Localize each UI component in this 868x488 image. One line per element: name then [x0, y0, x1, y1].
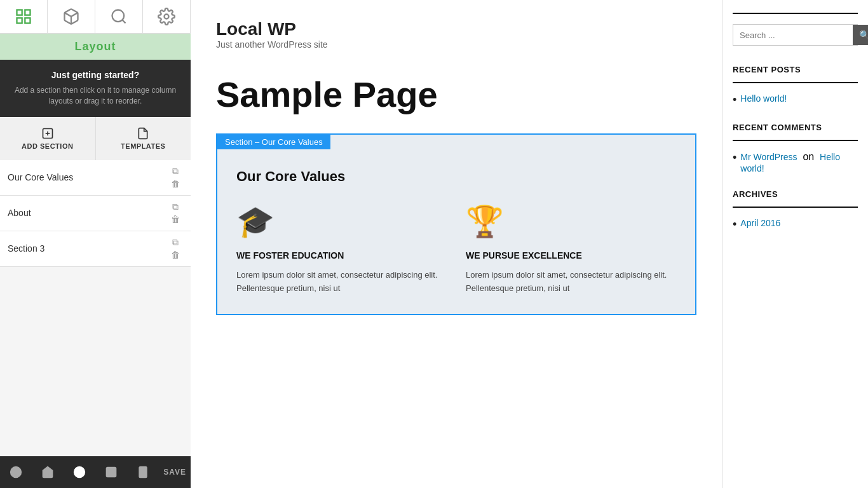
- recent-comments-list: Mr WordPress on Hello world!: [733, 151, 858, 174]
- section-label-bar: Section – Our Core Values: [217, 135, 330, 149]
- settings-icon[interactable]: [143, 0, 191, 33]
- info-icon[interactable]: [68, 461, 91, 484]
- section-heading: Our Core Values: [236, 168, 676, 185]
- mobile-icon[interactable]: [132, 461, 154, 484]
- sidebar-bottom-toolbar: SAVE: [0, 456, 191, 488]
- grid-icon[interactable]: [0, 0, 48, 33]
- delete-icon[interactable]: 🗑: [168, 214, 183, 225]
- recent-posts-title: RECENT POSTS: [733, 65, 858, 74]
- right-sidebar: 🔍 RECENT POSTS Hello world! RECENT COMME…: [722, 0, 868, 488]
- list-item: Mr WordPress on Hello world!: [733, 151, 858, 174]
- col-text-education: Lorem ipsum dolor sit amet, consectetur …: [236, 269, 447, 295]
- section-item-label: Section 3: [8, 243, 44, 254]
- layout-title: Layout: [0, 34, 191, 60]
- comment-author-link[interactable]: Mr WordPress: [740, 152, 797, 162]
- svg-point-7: [165, 15, 169, 19]
- copy-icon[interactable]: ⧉: [168, 236, 183, 248]
- grid-layout-icon[interactable]: [100, 461, 123, 484]
- home-icon[interactable]: [36, 461, 59, 484]
- copy-icon[interactable]: ⧉: [168, 201, 183, 212]
- getting-started-panel: Just getting started? Add a section then…: [0, 60, 191, 117]
- svg-rect-1: [25, 10, 30, 15]
- col-title-education: WE FOSTER EDUCATION: [236, 250, 447, 261]
- main-content: Local WP Just another WordPress site Sam…: [191, 0, 722, 488]
- col-title-excellence: WE PURSUE EXCELLENCE: [466, 250, 676, 261]
- archive-link[interactable]: April 2016: [740, 218, 780, 228]
- add-section-row: ADD SECTION TEMPLATES: [0, 117, 191, 160]
- section-item-actions: ⧉ 🗑: [168, 201, 183, 225]
- site-tagline: Just another WordPress site: [216, 39, 696, 50]
- section-item-actions: ⧉ 🗑: [168, 165, 183, 189]
- svg-line-6: [122, 20, 125, 23]
- section-inner: Our Core Values 🎓 WE FOSTER EDUCATION Lo…: [217, 149, 695, 315]
- search-button[interactable]: 🔍: [853, 25, 868, 45]
- top-icons-bar: [0, 0, 191, 34]
- recent-posts-divider: [733, 82, 858, 83]
- section-item-section3[interactable]: Section 3 ⧉ 🗑: [0, 231, 191, 267]
- column-education: 🎓 WE FOSTER EDUCATION Lorem ipsum dolor …: [236, 204, 447, 295]
- recent-post-link[interactable]: Hello world!: [740, 93, 787, 104]
- add-section-button[interactable]: ADD SECTION: [0, 117, 96, 160]
- add-section-label: ADD SECTION: [22, 142, 73, 150]
- section-item-label: About: [8, 208, 31, 218]
- getting-started-title: Just getting started?: [10, 70, 180, 80]
- list-item: April 2016: [733, 218, 858, 232]
- recent-comments-title: RECENT COMMENTS: [733, 123, 858, 132]
- top-divider: [733, 13, 858, 14]
- columns-row: 🎓 WE FOSTER EDUCATION Lorem ipsum dolor …: [236, 204, 676, 295]
- page-title-area: Sample Page: [216, 62, 696, 133]
- copy-icon[interactable]: ⧉: [168, 165, 183, 177]
- section-item-core-values[interactable]: Our Core Values ⧉ 🗑: [0, 160, 191, 196]
- svg-rect-2: [17, 18, 22, 23]
- section-item-actions: ⧉ 🗑: [168, 236, 183, 261]
- comment-text: Mr WordPress on Hello world!: [740, 151, 858, 174]
- getting-started-desc: Add a section then click on it to manage…: [10, 85, 180, 107]
- column-excellence: 🏆 WE PURSUE EXCELLENCE Lorem ipsum dolor…: [466, 204, 676, 295]
- trophy-icon: 🏆: [466, 204, 676, 240]
- education-icon: 🎓: [236, 204, 447, 240]
- recent-comments-divider: [733, 140, 858, 141]
- archives-list: April 2016: [733, 218, 858, 232]
- templates-label: TEMPLATES: [121, 142, 165, 150]
- col-text-excellence: Lorem ipsum dolor sit amet, consectetur …: [466, 269, 676, 295]
- archives-divider: [733, 207, 858, 208]
- delete-icon[interactable]: 🗑: [168, 249, 183, 261]
- search-input[interactable]: [733, 25, 853, 45]
- search-icon[interactable]: [95, 0, 143, 33]
- svg-rect-3: [25, 18, 30, 23]
- svg-point-5: [112, 10, 125, 22]
- svg-rect-0: [17, 10, 22, 15]
- page-content: Sample Page Section – Our Core Values Ou…: [191, 62, 722, 488]
- sections-list: Our Core Values ⧉ 🗑 About ⧉ 🗑 Section 3 …: [0, 160, 191, 456]
- list-item: Hello world!: [733, 93, 858, 107]
- site-header: Local WP Just another WordPress site: [191, 0, 722, 62]
- section-item-about[interactable]: About ⧉ 🗑: [0, 196, 191, 231]
- section-preview[interactable]: Section – Our Core Values Our Core Value…: [216, 133, 696, 316]
- section-item-label: Our Core Values: [8, 172, 73, 182]
- recent-posts-list: Hello world!: [733, 93, 858, 107]
- save-button[interactable]: SAVE: [163, 468, 186, 477]
- page-title: Sample Page: [216, 75, 696, 114]
- box-icon[interactable]: [48, 0, 95, 33]
- archives-title: ARCHIVES: [733, 189, 858, 199]
- templates-button[interactable]: TEMPLATES: [96, 117, 191, 160]
- site-title: Local WP: [216, 19, 696, 39]
- plus-circle-icon[interactable]: [4, 461, 27, 484]
- delete-icon[interactable]: 🗑: [168, 178, 183, 189]
- left-sidebar: Layout Just getting started? Add a secti…: [0, 0, 191, 488]
- search-box: 🔍: [733, 24, 858, 46]
